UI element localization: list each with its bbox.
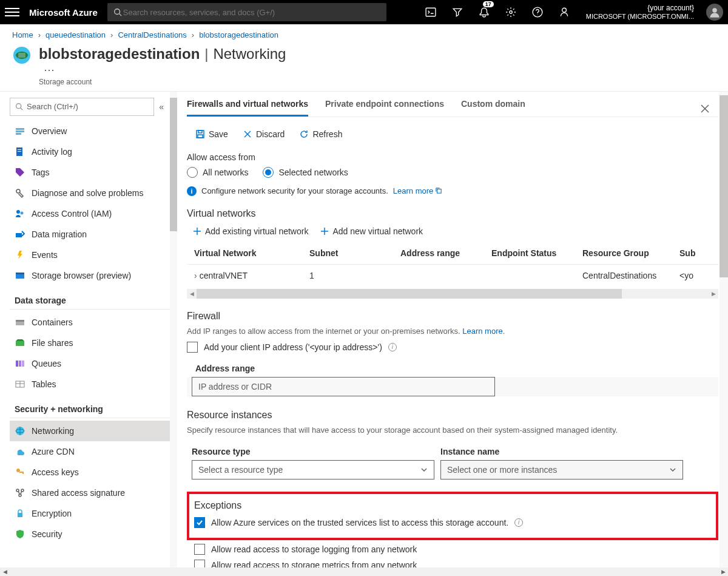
collapse-sidebar-icon[interactable]: « [159,102,164,112]
col-virtual-network: Virtual Network [194,248,309,258]
svg-rect-16 [18,149,21,150]
instance-name-label: Instance name [440,441,683,460]
sidebar-item-encryption[interactable]: Encryption [10,503,175,524]
info-tooltip-icon[interactable]: i [514,518,523,527]
main-vertical-scrollbar[interactable] [720,92,728,576]
radio-selected-networks[interactable]: Selected networks [263,167,348,178]
table-horizontal-scrollbar[interactable]: ◀ ▶ [187,289,718,299]
more-actions-icon[interactable]: ⋯ [44,63,286,76]
search-icon [113,8,122,16]
svg-rect-29 [22,361,24,367]
sidebar-search[interactable]: Search (Ctrl+/) [10,98,154,116]
breadcrumb-item[interactable]: queuedestination [46,30,106,39]
learn-more-link[interactable]: Learn more [393,186,442,195]
hamburger-menu-icon[interactable] [5,5,19,19]
svg-point-39 [16,489,19,492]
tab-private-endpoint[interactable]: Private endpoint connections [325,92,444,117]
storage-account-icon [12,46,32,65]
sidebar-item-events[interactable]: Events [10,245,175,265]
azure-header: Microsoft Azure 17 {your account} MICROS… [0,0,728,24]
svg-point-0 [115,9,120,15]
breadcrumb-item[interactable]: blobstoragedestination [199,30,278,39]
firewall-description: Add IP ranges to allow access from the i… [187,327,718,336]
avatar-icon[interactable] [706,4,723,21]
scroll-left-icon[interactable]: ◀ [0,568,10,576]
sidebar-item-access-keys[interactable]: Access keys [10,462,175,483]
sidebar-item-sas[interactable]: Shared access signature [10,483,175,503]
table-row[interactable]: ›centralVNET 1 CentralDestinations <yo [187,265,718,286]
sidebar-item-data-migration[interactable]: Data migration [10,224,175,245]
svg-rect-13 [16,130,24,132]
global-search-input[interactable] [122,7,380,18]
breadcrumb-item[interactable]: CentralDestinations [118,30,186,39]
command-bar: Save Discard Refresh [187,127,718,141]
sidebar-item-tables[interactable]: Tables [10,374,175,395]
scroll-left-icon[interactable]: ◀ [187,289,197,299]
sidebar-item-tags[interactable]: Tags [10,162,175,183]
svg-rect-27 [16,361,18,367]
breadcrumb: Home› queuedestination› CentralDestinati… [0,24,728,46]
svg-rect-25 [16,320,24,322]
feedback-icon[interactable] [552,0,576,24]
info-tooltip-icon[interactable]: i [388,343,397,351]
checkbox-add-client-ip[interactable] [187,342,198,353]
sidebar-item-overview[interactable]: Overview [10,121,175,141]
svg-rect-14 [16,133,21,135]
save-icon [195,129,205,139]
scroll-right-icon[interactable]: ▶ [718,568,728,576]
sidebar-item-file-shares[interactable]: File shares [10,333,175,353]
info-banner: i Configure network security for your st… [187,186,718,196]
plus-icon [320,227,329,235]
chevron-right-icon[interactable]: › [194,271,197,280]
settings-icon[interactable] [499,0,523,24]
directory-filter-icon[interactable] [445,0,470,24]
resource-type-select[interactable]: Select a resource type [192,460,434,479]
checkbox-trusted-services[interactable] [194,517,205,528]
col-subscription: Sub [679,248,716,258]
tab-firewalls[interactable]: Firewalls and virtual networks [187,92,308,117]
sidebar-item-iam[interactable]: Access Control (IAM) [10,203,175,224]
save-button[interactable]: Save [190,127,233,141]
svg-line-1 [119,14,121,16]
main-content: Firewalls and virtual networks Private e… [177,92,728,576]
address-range-input[interactable]: IP address or CIDR [192,377,495,396]
scroll-right-icon[interactable]: ▶ [709,289,718,299]
sidebar-item-storage-browser[interactable]: Storage browser (preview) [10,265,175,286]
svg-rect-48 [437,189,441,194]
sidebar-item-diagnose[interactable]: Diagnose and solve problems [10,183,175,203]
add-existing-vnet-button[interactable]: Add existing virtual network [193,226,308,236]
chevron-down-icon [420,466,428,473]
help-icon[interactable] [525,0,550,24]
global-search[interactable] [107,3,386,21]
info-icon: i [187,186,197,196]
svg-point-41 [19,494,21,496]
sidebar-item-security[interactable]: Security [10,524,175,544]
sidebar-item-activity-log[interactable]: Activity log [10,141,175,162]
resource-type-label: Storage account [39,78,286,86]
sidebar-item-networking[interactable]: Networking [10,421,175,441]
firewall-learn-more-link[interactable]: Learn more. [462,327,505,336]
notifications-icon[interactable]: 17 [472,0,496,24]
cloud-shell-icon[interactable] [419,0,443,24]
sidebar-item-azure-cdn[interactable]: Azure CDN [10,441,175,462]
discard-button[interactable]: Discard [238,127,289,141]
page-horizontal-scrollbar[interactable]: ◀ ▶ [0,568,728,576]
add-new-vnet-button[interactable]: Add new virtual network [320,226,423,236]
brand-label: Microsoft Azure [29,7,98,18]
checkbox-storage-logging[interactable] [194,544,205,555]
sidebar-item-containers[interactable]: Containers [10,312,175,333]
instance-name-select[interactable]: Select one or more instances [440,460,683,479]
svg-rect-26 [16,341,24,346]
exceptions-heading: Exceptions [194,500,711,511]
radio-all-networks[interactable]: All networks [187,167,248,178]
account-info[interactable]: {your account} MICROSOFT (MICROSOFT.ONMI… [586,4,696,21]
sidebar-scrollbar[interactable] [170,92,177,576]
tab-custom-domain[interactable]: Custom domain [461,92,525,117]
sidebar-item-queues[interactable]: Queues [10,353,175,374]
vnet-table: Virtual Network Subnet Address range End… [187,242,718,286]
svg-rect-2 [426,8,436,16]
chevron-down-icon [669,466,676,473]
col-resource-group: Resource Group [582,248,679,258]
refresh-button[interactable]: Refresh [294,127,347,141]
breadcrumb-home[interactable]: Home [12,30,33,39]
